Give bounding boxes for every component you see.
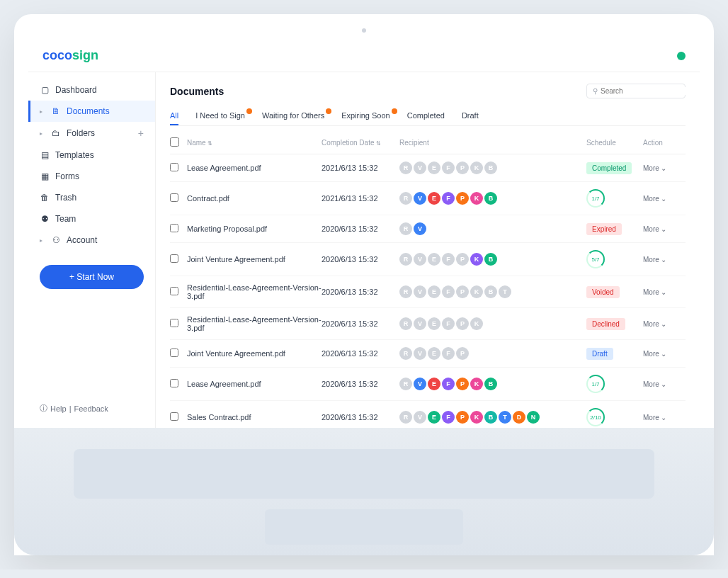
sidebar-item-team[interactable]: ⚉Team <box>28 208 155 230</box>
avatar: F <box>442 378 455 390</box>
avatar: V <box>414 347 426 360</box>
row-checkbox[interactable] <box>170 163 178 171</box>
more-button[interactable]: More ⌄ <box>643 256 686 264</box>
avatar: K <box>470 411 483 424</box>
sort-icon: ⇅ <box>207 140 212 147</box>
status-badge: Declined <box>586 318 625 330</box>
sidebar-item-forms[interactable]: ▦Forms <box>28 166 155 187</box>
avatar: R <box>399 411 412 424</box>
plus-icon[interactable]: + <box>138 128 144 139</box>
document-name[interactable]: Joint Venture Agreement.pdf <box>187 349 322 358</box>
more-button[interactable]: More ⌄ <box>643 380 686 388</box>
document-name[interactable]: Joint Venture Agreement.pdf <box>187 255 322 264</box>
camera-dot <box>362 28 366 33</box>
avatar: R <box>399 285 412 298</box>
more-button[interactable]: More ⌄ <box>643 195 686 203</box>
notification-badge <box>392 108 397 114</box>
status-indicator[interactable] <box>677 52 686 60</box>
row-checkbox[interactable] <box>170 412 178 421</box>
completion-date: 2020/6/13 15:32 <box>322 380 399 388</box>
row-checkbox[interactable] <box>170 348 178 357</box>
document-name[interactable]: Sales Contract.pdf <box>187 413 322 421</box>
avatar: T <box>499 411 511 424</box>
tab-all[interactable]: All <box>170 107 178 125</box>
logo[interactable]: cocosign <box>42 48 98 63</box>
avatar: F <box>442 192 455 205</box>
search-input[interactable] <box>601 87 690 95</box>
row-checkbox[interactable] <box>170 287 178 295</box>
tab-completed[interactable]: Completed <box>407 107 445 125</box>
avatar: K <box>470 317 483 330</box>
sidebar-item-folders[interactable]: ▸🗀Folders+ <box>28 122 155 144</box>
avatar: F <box>442 285 455 298</box>
col-date-header[interactable]: Completion Date ⇅ <box>322 139 399 147</box>
help-link[interactable]: Help <box>50 404 67 413</box>
select-all-checkbox[interactable] <box>170 137 179 147</box>
document-name[interactable]: Marketing Proposal.pdf <box>187 225 322 233</box>
completion-date: 2020/6/13 15:32 <box>322 225 399 233</box>
sidebar-item-label: Team <box>55 214 76 224</box>
more-button[interactable]: More ⌄ <box>643 320 686 328</box>
row-checkbox[interactable] <box>170 379 178 387</box>
document-name[interactable]: Residential-Lease-Agreement-Version-3.pd… <box>187 315 322 332</box>
avatar: V <box>414 378 426 390</box>
chevron-down-icon: ⌄ <box>661 256 666 264</box>
avatar: K <box>470 192 483 205</box>
document-name[interactable]: Lease Agreement.pdf <box>187 380 322 388</box>
recipient-avatars: RVEFPK <box>399 317 586 330</box>
avatar: E <box>428 192 440 205</box>
more-button[interactable]: More ⌄ <box>643 350 686 358</box>
avatar: P <box>456 347 469 360</box>
more-button[interactable]: More ⌄ <box>643 414 686 421</box>
col-name-header[interactable]: Name ⇅ <box>187 139 322 147</box>
document-name[interactable]: Contract.pdf <box>187 194 322 203</box>
avatar: V <box>414 222 426 235</box>
start-now-button[interactable]: + Start Now <box>40 265 144 289</box>
tab-i-need-to-sign[interactable]: I Need to Sign <box>195 107 245 125</box>
avatar: V <box>414 317 426 330</box>
content-area: Documents ⚲ AllI Need to SignWaiting for… <box>156 72 700 428</box>
sidebar-item-account[interactable]: ▸⚇Account <box>28 230 155 251</box>
completion-date: 2020/6/13 15:32 <box>322 349 399 358</box>
row-checkbox[interactable] <box>170 254 178 263</box>
row-checkbox[interactable] <box>170 319 178 327</box>
help-icon: ⓘ <box>40 403 47 414</box>
filter-tabs: AllI Need to SignWaiting for OthersExpir… <box>170 107 686 126</box>
avatar: E <box>428 253 440 266</box>
tab-expiring-soon[interactable]: Expiring Soon <box>341 107 390 125</box>
avatar: K <box>470 378 483 390</box>
feedback-link[interactable]: Feedback <box>74 404 108 413</box>
avatar: R <box>399 317 412 330</box>
recipient-avatars: RV <box>399 222 586 235</box>
sidebar-item-trash[interactable]: 🗑Trash <box>28 187 155 208</box>
avatar: K <box>470 253 483 266</box>
avatar: B <box>484 253 497 266</box>
avatar: K <box>470 162 483 174</box>
recipient-avatars: RVEFPKB <box>399 192 586 205</box>
keyboard <box>74 449 654 499</box>
chevron-down-icon: ⌄ <box>661 320 666 328</box>
avatar: F <box>442 162 455 174</box>
recipient-avatars: RVEFPKBT <box>399 285 586 298</box>
row-checkbox[interactable] <box>170 193 178 202</box>
table-row: Lease Agreement.pdf 2021/6/13 15:32 RVEF… <box>170 154 686 182</box>
more-button[interactable]: More ⌄ <box>643 288 686 296</box>
document-name[interactable]: Lease Agreement.pdf <box>187 164 322 172</box>
sidebar-item-templates[interactable]: ▤Templates <box>28 144 155 166</box>
more-button[interactable]: More ⌄ <box>643 225 686 233</box>
tab-waiting-for-others[interactable]: Waiting for Others <box>262 107 324 125</box>
more-button[interactable]: More ⌄ <box>643 164 686 172</box>
sidebar-item-documents[interactable]: ▸🗎Documents <box>28 101 155 122</box>
recipient-avatars: RVEFPKB <box>399 162 586 174</box>
document-name[interactable]: Residential-Lease-Agreement-Version-3.pd… <box>187 283 322 300</box>
avatar: T <box>499 285 511 298</box>
completion-date: 2020/6/13 15:32 <box>322 255 399 264</box>
search-box[interactable]: ⚲ <box>586 84 686 98</box>
col-action-header: Action <box>643 139 686 147</box>
completion-date: 2020/6/13 15:32 <box>322 413 399 421</box>
tab-draft[interactable]: Draft <box>462 107 479 125</box>
row-checkbox[interactable] <box>170 224 178 232</box>
sidebar-item-label: Folders <box>67 128 95 138</box>
sidebar-item-dashboard[interactable]: ▢Dashboard <box>28 79 155 101</box>
form-icon: ▦ <box>40 171 50 181</box>
